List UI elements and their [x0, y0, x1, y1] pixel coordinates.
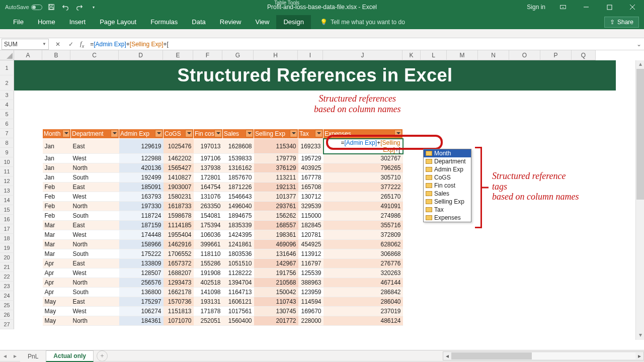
- table-row[interactable]: MarNorth15896614629163996611241861469096…: [43, 240, 403, 249]
- autocomplete-item[interactable]: Sales: [424, 190, 471, 198]
- scroll-right-icon[interactable]: ▸: [635, 352, 643, 359]
- filter-dropdown-icon[interactable]: [394, 130, 402, 137]
- row-header-10[interactable]: 10: [0, 157, 14, 167]
- share-button[interactable]: ⇪ Share: [604, 17, 639, 28]
- cell[interactable]: 106274: [119, 307, 164, 316]
- hscroll-thumb[interactable]: [451, 352, 532, 359]
- cell[interactable]: 403925: [298, 163, 324, 173]
- cell[interactable]: 491091: [324, 202, 403, 211]
- cell[interactable]: 1662178: [164, 288, 194, 297]
- cell[interactable]: 106036: [194, 230, 223, 240]
- col-header-K[interactable]: K: [403, 50, 421, 60]
- table-header-cogs[interactable]: CoGS: [164, 129, 194, 139]
- cell[interactable]: 192131: [254, 183, 298, 192]
- cell[interactable]: North: [71, 163, 119, 173]
- col-header-H[interactable]: H: [254, 50, 298, 60]
- autocomplete-item[interactable]: Tax: [424, 206, 471, 214]
- row-header-11[interactable]: 11: [0, 167, 14, 176]
- cell[interactable]: 1903007: [164, 183, 194, 192]
- cell[interactable]: 165708: [298, 183, 324, 192]
- cell[interactable]: East: [71, 183, 119, 192]
- scroll-thumb[interactable]: [636, 69, 644, 200]
- cell[interactable]: 114594: [298, 297, 324, 307]
- cell[interactable]: 1598678: [164, 211, 194, 221]
- table-row[interactable]: FebWest163793158023113107615466431013771…: [43, 192, 403, 202]
- cell[interactable]: 237019: [324, 307, 403, 316]
- cell[interactable]: 420136: [119, 163, 164, 173]
- cell[interactable]: West: [71, 268, 119, 278]
- cell[interactable]: 1164713: [223, 288, 254, 297]
- cell[interactable]: 1424395: [223, 230, 254, 240]
- row-header-5[interactable]: 5: [0, 110, 14, 119]
- formula-input[interactable]: =[Admin Exp]+[Selling Exp]+[: [87, 41, 634, 48]
- cell[interactable]: 376129: [254, 163, 298, 173]
- cell[interactable]: Apr: [43, 268, 71, 278]
- cell[interactable]: 1570736: [164, 297, 194, 307]
- filter-dropdown-icon[interactable]: [111, 130, 118, 137]
- cell[interactable]: 174448: [119, 230, 164, 240]
- autocomplete-item[interactable]: Admin Exp: [424, 165, 471, 173]
- col-header-J[interactable]: J: [323, 50, 403, 60]
- cell[interactable]: 182845: [298, 221, 324, 230]
- column-headers[interactable]: ABCDEFGHIJKLMNOPQ: [14, 50, 596, 60]
- cell[interactable]: Feb: [43, 192, 71, 202]
- autocomplete-item[interactable]: Department: [424, 157, 471, 165]
- autosave-toggle[interactable]: AutoSave: [5, 4, 42, 10]
- cell[interactable]: 276776: [324, 259, 403, 268]
- redo-icon[interactable]: [74, 2, 85, 12]
- cell[interactable]: 355716: [324, 221, 403, 230]
- cell[interactable]: 115340: [254, 139, 298, 154]
- col-header-B[interactable]: B: [42, 50, 70, 60]
- table-header-fin-cost[interactable]: Fin cost: [194, 129, 223, 139]
- tab-file[interactable]: File: [6, 15, 31, 29]
- cell[interactable]: East: [71, 297, 119, 307]
- undo-icon[interactable]: [60, 2, 70, 12]
- cell[interactable]: 131076: [194, 192, 223, 202]
- cell[interactable]: 169233: [298, 139, 324, 154]
- cell[interactable]: North: [71, 240, 119, 249]
- cell[interactable]: 197106: [194, 154, 223, 163]
- autocomplete-item[interactable]: Selling Exp: [424, 198, 471, 206]
- cell[interactable]: May: [43, 316, 71, 326]
- cell[interactable]: 128507: [119, 268, 164, 278]
- cell[interactable]: 302767: [324, 154, 403, 163]
- qat-customize-icon[interactable]: ▾: [89, 2, 99, 12]
- row-header-8[interactable]: 8: [0, 138, 14, 148]
- table-row[interactable]: JanNorth42013615654271379381316162376129…: [43, 163, 403, 173]
- sheet-tab-actual-only[interactable]: Actual only: [46, 350, 94, 362]
- cell[interactable]: East: [71, 221, 119, 230]
- cell[interactable]: 1410827: [164, 173, 194, 183]
- table-header-tax[interactable]: Tax: [298, 129, 324, 139]
- cell[interactable]: 1539833: [223, 154, 254, 163]
- table-row[interactable]: MayEast175297157073619313116061211107431…: [43, 297, 403, 307]
- cell[interactable]: 192499: [119, 173, 164, 183]
- cell[interactable]: 1657372: [164, 259, 194, 268]
- cell[interactable]: 265170: [324, 192, 403, 202]
- cell[interactable]: 187159: [119, 221, 164, 230]
- table-row[interactable]: AprWest128507168820719190811282221917561…: [43, 268, 403, 278]
- cell[interactable]: 320263: [324, 268, 403, 278]
- editing-cell[interactable]: =[Admin Exp]+[Selling Exp]+[: [324, 139, 403, 154]
- cell[interactable]: Mar: [43, 240, 71, 249]
- cell[interactable]: 131646: [254, 249, 298, 259]
- cell[interactable]: 133809: [119, 259, 164, 268]
- row-header-24[interactable]: 24: [0, 291, 14, 301]
- table-row[interactable]: MarWest174448195540410603614243951983611…: [43, 230, 403, 240]
- table-row[interactable]: FebSouth11872415986781540811894675156262…: [43, 211, 403, 221]
- cell[interactable]: 154081: [194, 211, 223, 221]
- autocomplete-popup[interactable]: MonthDepartmentAdmin ExpCoGSFin costSale…: [423, 149, 471, 222]
- tellme-search[interactable]: 💡 Tell me what you want to do: [320, 19, 405, 29]
- cell[interactable]: 142967: [254, 259, 298, 268]
- expand-formula-bar-icon[interactable]: ⌄: [634, 41, 644, 48]
- col-header-D[interactable]: D: [119, 50, 163, 60]
- row-header-12[interactable]: 12: [0, 176, 14, 186]
- cell[interactable]: West: [71, 230, 119, 240]
- row-header-16[interactable]: 16: [0, 215, 14, 224]
- cell[interactable]: 628062: [324, 240, 403, 249]
- cell[interactable]: 164754: [194, 183, 223, 192]
- worksheet-grid[interactable]: ABCDEFGHIJKLMNOPQ 1234567891011121314151…: [0, 50, 644, 350]
- col-header-F[interactable]: F: [193, 50, 222, 60]
- sheet-tab-pnl[interactable]: PnL: [20, 351, 46, 361]
- cell[interactable]: 306868: [324, 249, 403, 259]
- cell[interactable]: Mar: [43, 221, 71, 230]
